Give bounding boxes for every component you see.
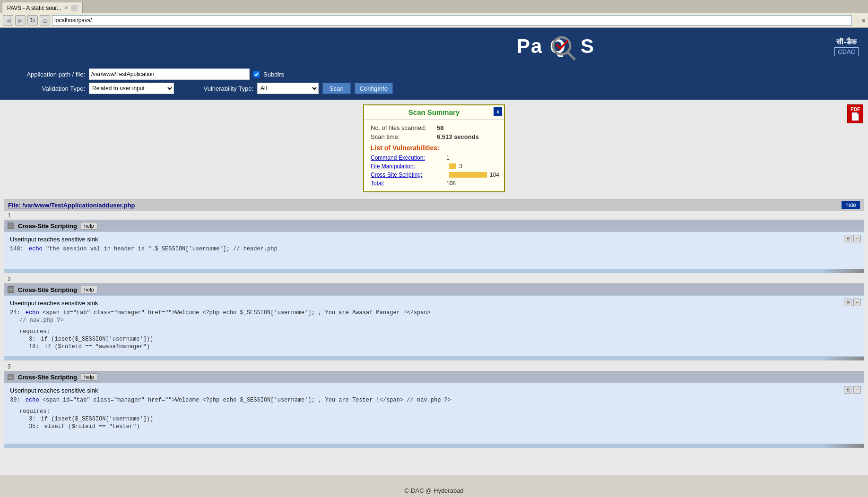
minimize-icon-1[interactable]: −	[853, 235, 861, 242]
scan-time-value: 6.513 seconds	[437, 133, 479, 140]
svg-text:S: S	[581, 35, 594, 57]
logo-area: Pa Q S	[285, 33, 834, 61]
vuln-icons-1: ⎘ −	[844, 235, 861, 242]
code-line-2-req1: 3: if (isset($_SESSION['username']))	[29, 336, 858, 343]
file-section: File: /var/www/TestApplication/adduser.p…	[4, 199, 864, 448]
vuln-count-xss: 104	[490, 171, 499, 178]
sink-label-3: Userinput reaches sensitive sink	[10, 387, 858, 394]
subdirs-label: Subdirs	[263, 71, 284, 78]
code-line-3-req2: 35: elseif ($roleid == "tester")	[29, 423, 858, 430]
vuln-name-cmd[interactable]: Command Execution:	[371, 154, 446, 161]
code-line-2-1: 24: echo <span id="tab" class="manager" …	[10, 309, 858, 316]
files-scanned-row: No. of files scanned: 58	[371, 124, 497, 131]
vuln-row-cmd: Command Execution: 1	[371, 154, 497, 161]
files-scanned-label: No. of files scanned:	[371, 124, 437, 131]
footer-text: C-DAC @ Hyderabad	[404, 487, 463, 494]
scan-summary-header: Scan Summary x	[364, 105, 504, 120]
vuln-num-1: 1	[4, 211, 864, 220]
footer: C-DAC @ Hyderabad	[0, 484, 868, 497]
browser-chrome: PAVS - A static sour... ✕ ◀ ▶ ↻ ⌂ ☆ ≡	[0, 0, 868, 28]
app-path-input[interactable]	[89, 69, 250, 80]
scroll-hint-3	[4, 444, 864, 448]
help-btn-1[interactable]: help	[81, 222, 97, 230]
pdf-label: PDF	[851, 107, 860, 112]
file-header: File: /var/www/TestApplication/adduser.p…	[4, 199, 864, 211]
copy-icon-2[interactable]: ⎘	[844, 299, 851, 306]
vuln-total-label[interactable]: Total:	[371, 180, 446, 187]
menu-icon[interactable]: ≡	[862, 17, 865, 23]
vuln-detail-2: ⎘ − Userinput reaches sensitive sink 24:…	[4, 295, 864, 357]
controls-bar: Application path / file: Subdirs Validat…	[0, 66, 868, 100]
scan-summary-panel: Scan Summary x No. of files scanned: 58 …	[363, 104, 505, 192]
code-block-3: 39: echo <span id="tab" class="manager" …	[10, 397, 858, 430]
files-scanned-value: 58	[437, 124, 443, 131]
code-line-2-2: // nav.php ?>	[19, 317, 858, 324]
vuln-header-3: − Cross-Site Scripting help	[4, 371, 864, 383]
vuln-num-2: 2	[4, 275, 864, 283]
main-content: PDF 📄 Scan Summary x No. of files scanne…	[0, 100, 868, 475]
collapse-btn-3[interactable]: −	[8, 374, 14, 380]
vuln-item-1: 1 − Cross-Site Scripting help ⎘ − Userin…	[4, 211, 864, 273]
vuln-bar-file-container	[449, 163, 456, 169]
vuln-type-label: Vulnerability Type:	[178, 85, 253, 92]
vuln-icons-2: ⎘ −	[844, 299, 861, 306]
scan-summary-close-btn[interactable]: x	[494, 107, 502, 116]
vuln-detail-3: ⎘ − Userinput reaches sensitive sink 39:…	[4, 383, 864, 444]
controls-row-2: Validation Type: Related to user input A…	[9, 83, 859, 94]
scan-summary-modal: Scan Summary x No. of files scanned: 58 …	[363, 104, 505, 192]
vuln-type-select[interactable]: All XSS SQL Injection Command Execution …	[257, 83, 319, 94]
vuln-type-3: Cross-Site Scripting	[18, 374, 77, 381]
vuln-total-row: Total: 108	[371, 180, 497, 187]
back-btn[interactable]: ◀	[3, 15, 13, 26]
code-line-2-req2: 18: if ($roleid == "awasafmanager")	[29, 343, 858, 350]
vuln-type-2: Cross-Site Scripting	[18, 286, 77, 293]
refresh-btn[interactable]: ↻	[27, 15, 38, 26]
sink-label-1: Userinput reaches sensitive sink	[10, 236, 858, 243]
scroll-hint-1	[4, 269, 864, 273]
scan-summary-title: Scan Summary	[408, 108, 460, 116]
address-input[interactable]	[52, 15, 852, 26]
validation-type-select[interactable]: Related to user input All	[89, 83, 174, 94]
scan-time-label: Scan time:	[371, 133, 437, 140]
vuln-count-cmd: 1	[446, 154, 450, 161]
vuln-name-xss[interactable]: Cross-Site Scripting:	[371, 171, 446, 178]
vuln-name-file[interactable]: File Manipulation:	[371, 163, 446, 170]
minimize-icon-2[interactable]: −	[853, 299, 861, 306]
forward-btn[interactable]: ▶	[15, 15, 26, 26]
collapse-btn-1[interactable]: −	[8, 223, 14, 229]
vuln-row-file: File Manipulation: 3	[371, 163, 497, 170]
help-btn-2[interactable]: help	[81, 286, 97, 293]
code-block-2: 24: echo <span id="tab" class="manager" …	[10, 309, 858, 350]
copy-icon-1[interactable]: ⎘	[844, 235, 851, 242]
app-header: Pa Q S सी-डैक CDAC	[0, 28, 868, 66]
vuln-type-1: Cross-Site Scripting	[18, 223, 77, 230]
svg-text:Pa: Pa	[517, 35, 543, 57]
vuln-header-2: − Cross-Site Scripting help	[4, 283, 864, 295]
vuln-total-value: 108	[446, 180, 456, 187]
code-line-3-req1: 3: if (isset($_SESSION['username']))	[29, 416, 858, 422]
tab-close-btn[interactable]: ✕	[64, 5, 68, 10]
vuln-num-3: 3	[4, 362, 864, 371]
vuln-bar-file	[449, 163, 456, 169]
configinfo-button[interactable]: ConfigInfo	[355, 83, 393, 94]
home-btn[interactable]: ⌂	[40, 15, 50, 26]
vuln-detail-1: ⎘ − Userinput reaches sensitive sink 148…	[4, 231, 864, 269]
vuln-item-3: 3 − Cross-Site Scripting help ⎘ − Userin…	[4, 362, 864, 448]
pdf-icon: 📄	[851, 112, 860, 121]
file-path[interactable]: File: /var/www/TestApplication/adduser.p…	[8, 202, 135, 209]
address-bar: ◀ ▶ ↻ ⌂ ☆ ≡	[0, 13, 868, 27]
bookmark-icon[interactable]: ☆	[854, 16, 860, 25]
hide-button[interactable]: hide	[842, 201, 860, 209]
collapse-btn-2[interactable]: −	[8, 286, 14, 293]
vuln-header-1: − Cross-Site Scripting help	[4, 220, 864, 231]
minimize-icon-3[interactable]: −	[853, 386, 861, 394]
scan-button[interactable]: Scan	[322, 83, 351, 94]
active-tab[interactable]: PAVS - A static sour... ✕	[2, 2, 83, 13]
code-block-1: 148: echo "the session val in header is …	[10, 246, 858, 252]
copy-icon-3[interactable]: ⎘	[844, 386, 851, 394]
requires-label-2: requires:	[19, 328, 858, 335]
help-btn-3[interactable]: help	[81, 373, 97, 381]
pdf-button[interactable]: PDF 📄	[847, 104, 863, 123]
subdirs-checkbox[interactable]	[253, 71, 260, 77]
app-path-label: Application path / file:	[9, 71, 85, 78]
